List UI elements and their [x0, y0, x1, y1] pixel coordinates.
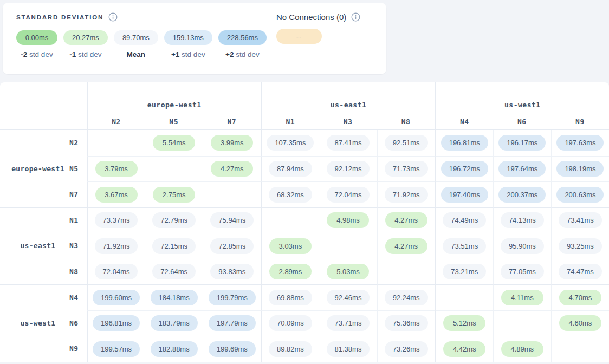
latency-pill[interactable]: 197.63ms: [556, 135, 604, 151]
latency-pill[interactable]: 87.94ms: [269, 161, 312, 177]
latency-cell: 5.12ms: [435, 310, 493, 336]
latency-pill[interactable]: 5.54ms: [153, 135, 195, 151]
latency-pill[interactable]: 200.37ms: [498, 187, 546, 203]
latency-pill[interactable]: 4.11ms: [501, 290, 543, 306]
latency-pill[interactable]: 3.03ms: [269, 238, 312, 254]
latency-pill[interactable]: 73.37ms: [95, 212, 138, 228]
latency-pill[interactable]: 92.24ms: [385, 290, 428, 306]
latency-pill[interactable]: 72.04ms: [95, 264, 138, 280]
latency-pill[interactable]: 4.27ms: [385, 238, 427, 254]
latency-pill[interactable]: 199.79ms: [209, 290, 256, 306]
latency-pill[interactable]: 74.49ms: [443, 212, 486, 228]
latency-pill[interactable]: 197.40ms: [441, 187, 488, 203]
column-node-header-N4: N4: [435, 114, 493, 130]
latency-pill[interactable]: 2.75ms: [153, 187, 195, 203]
latency-pill[interactable]: 72.04ms: [327, 187, 370, 203]
latency-cell: 199.79ms: [203, 284, 261, 310]
latency-pill[interactable]: 92.12ms: [327, 161, 370, 177]
latency-pill[interactable]: 69.88ms: [269, 290, 312, 306]
latency-pill[interactable]: 197.79ms: [209, 315, 256, 331]
latency-pill[interactable]: 73.71ms: [327, 315, 370, 331]
latency-pill[interactable]: 75.36ms: [385, 315, 428, 331]
latency-cell: 95.90ms: [493, 233, 551, 259]
latency-pill[interactable]: 93.83ms: [210, 264, 254, 280]
latency-pill[interactable]: 71.73ms: [385, 161, 428, 177]
latency-cell: 184.18ms: [145, 284, 203, 310]
latency-pill[interactable]: 197.64ms: [498, 161, 546, 177]
latency-pill[interactable]: 77.05ms: [501, 264, 544, 280]
legend-label-strong: +1: [171, 50, 179, 58]
latency-pill[interactable]: 73.26ms: [385, 341, 428, 357]
latency-pill[interactable]: 5.12ms: [443, 315, 485, 331]
latency-cell: 2.75ms: [145, 181, 203, 207]
legend-pill: 0.00ms: [16, 30, 57, 45]
latency-cell: 77.05ms: [493, 259, 551, 285]
latency-pill[interactable]: 4.27ms: [211, 161, 253, 177]
latency-pill[interactable]: 71.92ms: [95, 238, 138, 254]
latency-pill[interactable]: 72.15ms: [152, 238, 196, 254]
latency-pill[interactable]: 4.42ms: [443, 341, 485, 357]
latency-cell: 2.89ms: [261, 259, 319, 285]
latency-pill[interactable]: 74.47ms: [559, 264, 602, 280]
latency-cell: 198.19ms: [551, 156, 609, 182]
matrix-corner: [0, 82, 87, 114]
no-connections-pill: --: [276, 29, 322, 44]
latency-pill[interactable]: 196.72ms: [441, 161, 488, 177]
row-node-label: N4: [69, 294, 86, 302]
latency-pill[interactable]: 72.85ms: [210, 238, 254, 254]
latency-pill[interactable]: 4.70ms: [559, 290, 601, 306]
latency-cell: 93.83ms: [203, 259, 261, 285]
latency-cell: 183.79ms: [145, 310, 203, 336]
latency-pill[interactable]: 73.41ms: [559, 212, 602, 228]
latency-pill[interactable]: 3.67ms: [95, 187, 138, 203]
latency-pill[interactable]: 196.17ms: [498, 135, 546, 151]
row-label-N7: N7: [0, 181, 87, 207]
latency-pill[interactable]: 92.51ms: [385, 135, 428, 151]
latency-pill[interactable]: 4.98ms: [327, 212, 369, 228]
info-icon[interactable]: [108, 12, 118, 22]
latency-pill[interactable]: 72.79ms: [152, 212, 196, 228]
latency-pill[interactable]: 196.81ms: [93, 315, 140, 331]
latency-pill[interactable]: 89.82ms: [269, 341, 312, 357]
latency-pill[interactable]: 184.18ms: [151, 290, 198, 306]
latency-pill[interactable]: 72.64ms: [152, 264, 196, 280]
latency-pill[interactable]: 87.41ms: [327, 135, 370, 151]
latency-pill[interactable]: 4.27ms: [385, 212, 427, 228]
latency-pill[interactable]: 95.90ms: [501, 238, 544, 254]
latency-pill[interactable]: 2.89ms: [269, 264, 312, 280]
latency-pill[interactable]: 200.63ms: [556, 187, 604, 203]
latency-pill[interactable]: 93.25ms: [559, 238, 602, 254]
latency-pill[interactable]: 3.79ms: [95, 161, 138, 177]
legend-label-rest: std dev: [179, 50, 205, 58]
latency-pill[interactable]: 74.13ms: [501, 212, 544, 228]
column-node-header-N2: N2: [87, 114, 145, 130]
latency-pill[interactable]: 196.81ms: [441, 135, 488, 151]
latency-pill[interactable]: 73.51ms: [443, 238, 486, 254]
latency-cell: 92.46ms: [319, 284, 377, 310]
latency-pill[interactable]: 71.92ms: [385, 187, 428, 203]
latency-pill[interactable]: 4.60ms: [559, 315, 601, 331]
latency-cell: 74.47ms: [551, 259, 609, 285]
latency-pill[interactable]: 107.35ms: [267, 135, 314, 151]
row-node-label: N5: [69, 165, 86, 173]
latency-pill[interactable]: 3.99ms: [211, 135, 253, 151]
latency-pill[interactable]: 5.03ms: [327, 264, 369, 280]
latency-pill[interactable]: 70.09ms: [269, 315, 312, 331]
latency-pill[interactable]: 81.38ms: [327, 341, 370, 357]
latency-pill[interactable]: 198.19ms: [556, 161, 604, 177]
latency-pill[interactable]: 182.88ms: [151, 341, 198, 357]
latency-pill[interactable]: 4.89ms: [501, 341, 543, 357]
latency-cell: 197.63ms: [551, 130, 609, 156]
legend-label-strong: -2: [21, 50, 27, 58]
column-node-header-N7: N7: [203, 114, 261, 130]
latency-pill[interactable]: 68.32ms: [269, 187, 312, 203]
latency-pill[interactable]: 92.46ms: [327, 290, 370, 306]
latency-pill[interactable]: 199.57ms: [93, 341, 140, 357]
latency-pill[interactable]: 183.79ms: [151, 315, 198, 331]
latency-cell: 87.94ms: [261, 156, 319, 182]
latency-pill[interactable]: 73.21ms: [443, 264, 486, 280]
latency-pill[interactable]: 199.69ms: [209, 341, 256, 357]
info-icon[interactable]: [351, 12, 360, 22]
latency-pill[interactable]: 199.60ms: [93, 290, 140, 306]
latency-pill[interactable]: 75.94ms: [210, 212, 254, 228]
